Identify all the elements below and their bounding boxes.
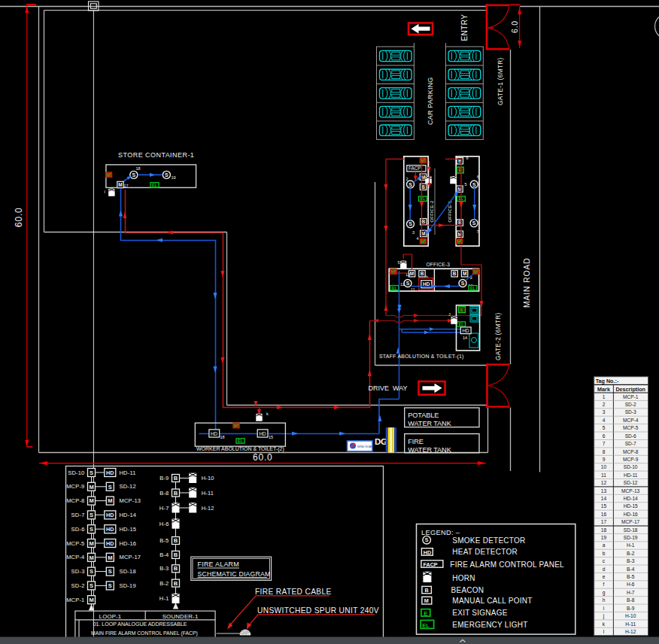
svg-text:5: 5 (603, 425, 606, 430)
svg-text:17: 17 (124, 184, 129, 188)
svg-text:g: g (603, 590, 606, 596)
svg-text:POTABLE: POTABLE (408, 412, 439, 419)
svg-text:7: 7 (603, 441, 606, 446)
svg-text:e: e (603, 574, 606, 579)
svg-text:HD: HD (106, 540, 114, 547)
svg-text:M: M (89, 540, 93, 547)
svg-text:SMOKE DETECTOR: SMOKE DETECTOR (452, 536, 525, 545)
svg-text:H-12: H-12 (202, 505, 214, 512)
svg-text:WATER TANK: WATER TANK (408, 420, 451, 427)
svg-text:SD-2: SD-2 (625, 402, 636, 407)
svg-text:8: 8 (466, 156, 469, 160)
svg-text:B-3: B-3 (159, 565, 169, 572)
svg-text:12: 12 (601, 480, 607, 485)
svg-text:H-1: H-1 (159, 595, 169, 602)
svg-text:MAIN ROAD: MAIN ROAD (522, 257, 531, 308)
svg-text:GATE-1 (6MTR): GATE-1 (6MTR) (497, 57, 504, 105)
svg-text:E: E (424, 610, 427, 617)
svg-text:SD-19: SD-19 (120, 582, 136, 589)
svg-text:J: J (448, 312, 451, 317)
svg-text:FIRE RATED CABLE: FIRE RATED CABLE (255, 588, 332, 596)
svg-text:WORKER ABOLUTION & TOILET-(2): WORKER ABOLUTION & TOILET-(2) (196, 446, 284, 452)
svg-text:B-3: B-3 (627, 558, 635, 564)
svg-text:SD-7: SD-7 (71, 512, 85, 518)
svg-text:FIRE: FIRE (408, 438, 424, 445)
svg-text:FIRE ALARM: FIRE ALARM (198, 560, 240, 568)
svg-text:SCHEMATIC DIAGRAM: SCHEMATIC DIAGRAM (198, 570, 271, 578)
svg-text:UNSWITCHED SPUR UNIT 240V: UNSWITCHED SPUR UNIT 240V (257, 606, 379, 615)
svg-text:B-5: B-5 (627, 574, 635, 579)
svg-text:HD: HD (260, 431, 267, 436)
svg-text:H-7: H-7 (159, 505, 169, 512)
svg-text:B: B (174, 565, 178, 572)
svg-text:M: M (89, 497, 93, 504)
svg-text:H-7: H-7 (627, 590, 635, 595)
svg-text:SD-19: SD-19 (624, 535, 638, 540)
svg-text:B: B (174, 580, 178, 587)
svg-text:B-4: B-4 (159, 551, 169, 558)
svg-text:6.0: 6.0 (510, 20, 519, 33)
svg-text:MANUAL CALL POINT: MANUAL CALL POINT (452, 597, 532, 605)
svg-text:M: M (108, 554, 112, 561)
svg-text:6: 6 (603, 433, 606, 439)
svg-text:WATER TANK: WATER TANK (408, 446, 451, 454)
svg-text:FACP: FACP (408, 166, 421, 171)
svg-text:OFFICE-2: OFFICE-2 (430, 200, 434, 222)
svg-text:SD-18: SD-18 (624, 527, 638, 533)
svg-text:HD-11: HD-11 (624, 472, 638, 478)
svg-text:LEGEND: –: LEGEND: – (421, 529, 460, 536)
svg-text:SD-7: SD-7 (625, 441, 636, 446)
svg-text:4: 4 (603, 418, 606, 423)
svg-text:HD: HD (424, 549, 431, 556)
svg-text:EL: EL (422, 622, 430, 629)
svg-text:f: f (603, 582, 605, 587)
svg-text:EXIT SIGNAGE: EXIT SIGNAGE (452, 609, 507, 617)
svg-text:MCP-8: MCP-8 (623, 449, 639, 454)
svg-text:MCP-17: MCP-17 (120, 554, 141, 560)
svg-text:HD-14: HD-14 (624, 496, 638, 501)
svg-text:18: 18 (601, 527, 607, 533)
svg-text:13: 13 (601, 488, 607, 494)
svg-text:LOOP-1: LOOP-1 (99, 613, 122, 620)
svg-text:SD-3: SD-3 (71, 568, 85, 575)
svg-text:S: S (425, 537, 429, 542)
svg-text:MCP-1: MCP-1 (623, 394, 639, 399)
svg-text:B: B (174, 490, 178, 497)
svg-text:18: 18 (220, 435, 225, 439)
svg-text:MCP-13: MCP-13 (120, 497, 141, 504)
svg-text:ENTRY: ENTRY (460, 14, 469, 41)
svg-text:B-9: B-9 (159, 475, 169, 481)
svg-text:S: S (108, 484, 112, 491)
svg-text:BEACON: BEACON (451, 586, 484, 594)
svg-text:SD-10: SD-10 (68, 469, 84, 476)
svg-text:EMERGENCY LIGHT: EMERGENCY LIGHT (452, 621, 527, 629)
svg-text:60.0: 60.0 (253, 452, 273, 463)
svg-text:14: 14 (601, 496, 607, 501)
svg-text:B-8: B-8 (159, 490, 169, 497)
svg-text:SD-12: SD-12 (120, 483, 136, 490)
svg-text:HD-16: HD-16 (624, 512, 638, 517)
svg-text:SD-10: SD-10 (624, 464, 638, 469)
svg-text:HD: HD (106, 512, 114, 518)
svg-text:6: 6 (477, 175, 479, 179)
svg-text:19: 19 (172, 175, 176, 180)
svg-text:10: 10 (601, 464, 607, 469)
svg-text:HD: HD (106, 469, 114, 476)
svg-text:SD-6: SD-6 (71, 526, 85, 533)
svg-text:14: 14 (463, 336, 467, 340)
svg-text:B: B (425, 587, 429, 594)
svg-text:HD: HD (211, 431, 218, 436)
svg-text:MCP-5: MCP-5 (623, 425, 639, 430)
svg-text:B: B (174, 537, 178, 544)
svg-text:7: 7 (477, 229, 479, 234)
svg-text:17: 17 (601, 519, 607, 524)
svg-text:SOUNDER-1: SOUNDER-1 (162, 613, 199, 620)
svg-text:2: 2 (603, 402, 606, 407)
svg-text:B-2: B-2 (627, 551, 635, 556)
svg-text:16: 16 (601, 512, 607, 517)
svg-text:DG: DG (375, 437, 387, 446)
svg-text:MCP-9: MCP-9 (623, 457, 639, 462)
svg-text:01. LOOP ANALOGUE ADDRESSABLE: 01. LOOP ANALOGUE ADDRESSABLE (93, 621, 187, 627)
svg-text:B-8: B-8 (627, 597, 635, 603)
svg-text:M: M (89, 597, 93, 603)
